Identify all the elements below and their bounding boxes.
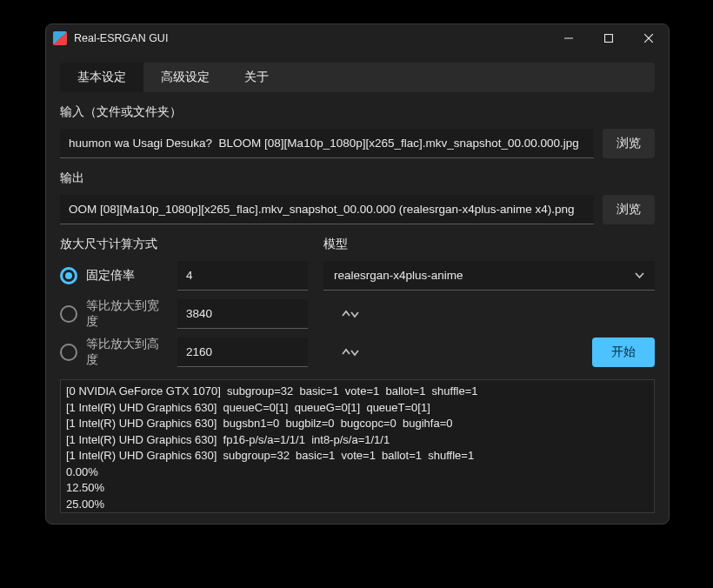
fixed-ratio-spinner [177, 261, 308, 291]
maximize-icon [604, 34, 613, 43]
tab-advanced[interactable]: 高级设定 [143, 63, 227, 92]
fixed-ratio-value[interactable] [177, 261, 342, 290]
minimize-button[interactable] [549, 24, 589, 52]
scale-width-value[interactable] [177, 299, 342, 328]
input-path-field[interactable] [60, 129, 594, 158]
output-browse-button[interactable]: 浏览 [603, 195, 655, 224]
chevron-down-icon [635, 271, 644, 280]
radio-scale-width[interactable] [60, 305, 77, 323]
content: 基本设定 高级设定 关于 输入（文件或文件夹） 浏览 输出 浏览 放大尺寸计算方… [46, 52, 669, 524]
start-button[interactable]: 开始 [592, 337, 655, 367]
output-path-field[interactable] [60, 195, 594, 224]
tab-basic[interactable]: 基本设定 [60, 63, 143, 92]
radio-fixed-ratio[interactable] [60, 267, 77, 284]
tab-about[interactable]: 关于 [227, 63, 286, 92]
app-icon [53, 31, 67, 45]
radio-scale-height-label[interactable]: 等比放大到高度 [86, 337, 169, 368]
model-label: 模型 [323, 237, 655, 252]
radio-scale-width-label[interactable]: 等比放大到宽度 [86, 298, 169, 330]
output-label: 输出 [60, 170, 655, 186]
scale-mode-label: 放大尺寸计算方式 [60, 237, 308, 252]
window-title: Real-ESRGAN GUI [74, 32, 168, 44]
log-output[interactable]: [0 NVIDIA GeForce GTX 1070] subgroup=32 … [61, 380, 654, 512]
minimize-icon [564, 34, 573, 43]
input-browse-button[interactable]: 浏览 [603, 129, 655, 158]
tabs: 基本设定 高级设定 关于 [60, 63, 655, 92]
svg-rect-1 [605, 35, 613, 43]
scale-height-value[interactable] [177, 337, 342, 366]
maximize-button[interactable] [589, 24, 629, 52]
close-icon [644, 34, 653, 43]
window-controls [549, 24, 669, 52]
app-window: Real-ESRGAN GUI 基本设定 高级设定 关于 输入（文件或文件夹） … [45, 23, 670, 525]
titlebar[interactable]: Real-ESRGAN GUI [46, 24, 669, 52]
model-select-value: realesrgan-x4plus-anime [334, 269, 463, 282]
log-panel: [0 NVIDIA GeForce GTX 1070] subgroup=32 … [60, 379, 655, 513]
close-button[interactable] [629, 24, 669, 52]
scale-width-spinner [177, 299, 308, 329]
radio-scale-height[interactable] [60, 344, 77, 361]
input-label: 输入（文件或文件夹） [60, 104, 655, 120]
radio-fixed-ratio-label[interactable]: 固定倍率 [86, 268, 169, 284]
model-select[interactable]: realesrgan-x4plus-anime [323, 261, 655, 291]
scale-height-spinner [177, 337, 308, 367]
